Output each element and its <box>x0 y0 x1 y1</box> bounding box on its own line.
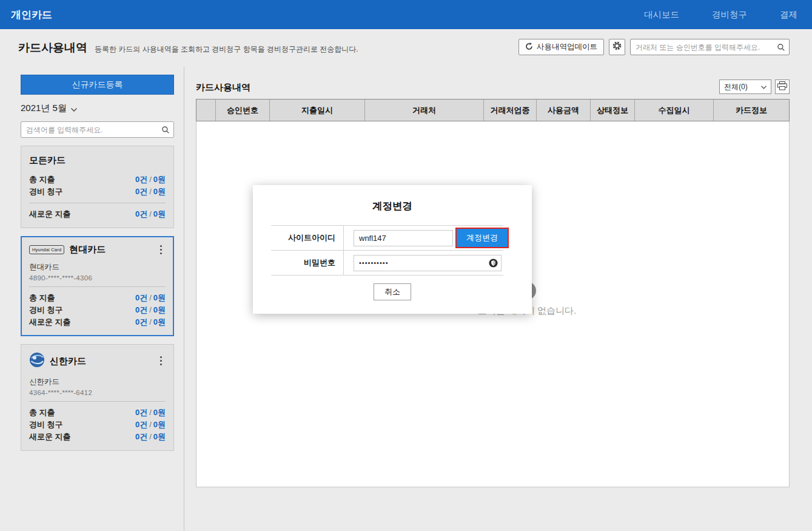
printer-icon <box>777 81 787 93</box>
gear-icon <box>612 41 622 53</box>
search-icon[interactable] <box>161 126 170 137</box>
table-header-card-info: 카드정보 <box>714 100 789 121</box>
site-id-input[interactable] <box>354 230 453 246</box>
usage-update-label: 사용내역업데이트 <box>537 42 597 52</box>
nav-item-expense-claim[interactable]: 경비청구 <box>712 9 747 21</box>
divider <box>29 286 166 287</box>
nav-links: 대시보드 경비청구 결제 <box>644 9 797 21</box>
password-label: 비밀번호 <box>271 251 344 275</box>
modal-title: 계정변경 <box>253 200 532 213</box>
chevron-down-icon <box>71 103 77 113</box>
refresh-icon <box>525 42 533 52</box>
stat-row-total: 총 지출 0건/0원 <box>29 407 166 419</box>
divider <box>29 203 166 203</box>
month-selector[interactable]: 2021년 5월 <box>21 103 174 114</box>
global-search <box>630 39 790 55</box>
stat-row-new: 새로운 지출 0건/0원 <box>29 208 166 220</box>
cancel-button[interactable]: 취소 <box>374 283 411 300</box>
password-privacy-icon[interactable] <box>489 259 498 270</box>
search-icon[interactable] <box>777 43 785 54</box>
month-label: 2021년 5월 <box>21 103 67 114</box>
print-button[interactable] <box>775 79 790 94</box>
page-title: 카드사용내역 <box>18 40 87 56</box>
globe-icon <box>29 352 45 370</box>
card-item-shinhan[interactable]: 신한카드 신한카드 4364-****-****-6412 총 지출 0건/0원… <box>21 344 174 451</box>
status-filter-value: 전체(0) <box>724 82 748 92</box>
nav-item-dashboard[interactable]: 대시보드 <box>644 9 679 21</box>
divider <box>29 401 166 402</box>
table-header-amount: 사용금액 <box>537 100 591 121</box>
table-header-approval-no: 승인번호 <box>216 100 270 121</box>
top-nav: 개인카드 대시보드 경비청구 결제 <box>0 0 812 29</box>
table-header-collect-date: 수집일시 <box>635 100 714 121</box>
settings-button[interactable] <box>609 39 625 55</box>
stat-row-claim: 경비 청구 0건/0원 <box>29 304 166 316</box>
site-id-label: 사이트아이디 <box>271 226 344 250</box>
app-title: 개인카드 <box>11 8 52 22</box>
chevron-down-icon <box>761 83 767 91</box>
stat-row-total: 총 지출 0건/0원 <box>29 174 166 186</box>
usage-update-button[interactable]: 사용내역업데이트 <box>518 39 604 55</box>
usage-table-header: 승인번호 지출일시 거래처 거래처업종 사용금액 상태정보 수집일시 카드정보 <box>196 99 790 121</box>
stat-row-claim: 경비 청구 0건/0원 <box>29 419 166 431</box>
sidebar: 신규카드등록 2021년 5월 모든카드 총 지출 0건/0원 경비 청구 0건… <box>21 75 174 451</box>
card-number: 4364-****-****-6412 <box>29 389 166 396</box>
sidebar-search <box>21 121 174 138</box>
card-number: 4890-****-****-4306 <box>29 274 166 282</box>
global-search-input[interactable] <box>631 39 789 55</box>
page-header: 카드사용내역 등록한 카드의 사용내역을 조회하고 경비청구 항목을 경비청구관… <box>0 29 812 67</box>
section-title: 카드사용내역 <box>196 82 250 93</box>
table-header-spend-date: 지출일시 <box>270 100 365 121</box>
page-subtitle: 등록한 카드의 사용내역을 조회하고 경비청구 항목을 경비청구관리로 전송합니… <box>95 44 358 55</box>
card-display-name: 신한카드 <box>29 377 166 387</box>
stat-row-claim: 경비 청구 0건/0원 <box>29 186 166 198</box>
password-row: 비밀번호 <box>271 251 503 276</box>
table-header-select <box>196 100 216 121</box>
table-header-vendor: 거래처 <box>365 100 484 121</box>
table-header-status: 상태정보 <box>591 100 635 121</box>
account-change-modal: 계정변경 사이트아이디 비밀번호 계정변경 취소 <box>253 185 532 314</box>
all-cards-title: 모든카드 <box>29 155 166 166</box>
nav-item-payment[interactable]: 결제 <box>780 9 797 21</box>
password-input[interactable] <box>354 255 502 271</box>
account-change-button[interactable]: 계정변경 <box>457 229 508 247</box>
stat-row-new: 새로운 지출 0건/0원 <box>29 316 166 328</box>
stat-row-total: 총 지출 0건/0원 <box>29 292 166 304</box>
new-card-register-button[interactable]: 신규카드등록 <box>21 75 174 95</box>
kebab-menu-icon[interactable] <box>156 356 166 367</box>
status-filter-select[interactable]: 전체(0) <box>719 79 771 94</box>
all-cards-summary[interactable]: 모든카드 총 지출 0건/0원 경비 청구 0건/0원 새로운 지출 0건/0원 <box>21 146 174 228</box>
stat-row-new: 새로운 지출 0건/0원 <box>29 431 166 443</box>
hyundai-card-logo: Hyundai Card <box>29 245 64 254</box>
sidebar-search-input[interactable] <box>21 122 173 137</box>
card-item-hyundai[interactable]: Hyundai Card 현대카드 현대카드 4890-****-****-43… <box>21 236 174 336</box>
kebab-menu-icon[interactable] <box>156 245 166 255</box>
sidebar-divider <box>184 67 184 531</box>
table-header-vendor-type: 거래처업종 <box>484 100 537 121</box>
card-display-name: 현대카드 <box>29 262 166 272</box>
